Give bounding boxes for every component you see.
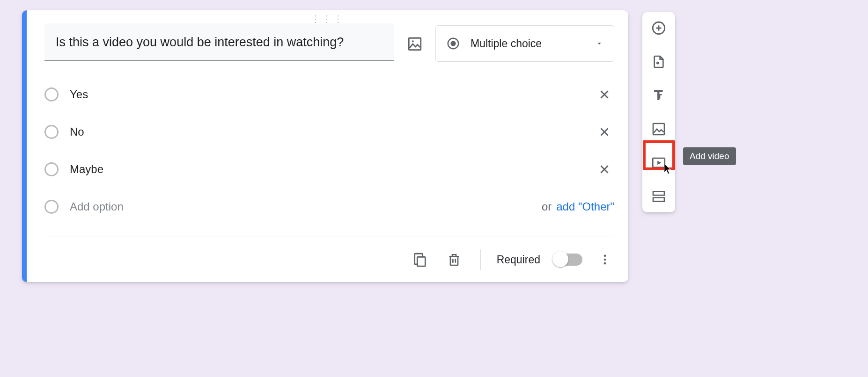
import-questions-button[interactable] bbox=[649, 52, 668, 71]
duplicate-button[interactable] bbox=[409, 249, 431, 270]
add-other-button[interactable]: add "Other" bbox=[556, 200, 614, 213]
option-row[interactable]: Yes bbox=[44, 80, 614, 109]
option-row[interactable]: Maybe bbox=[44, 155, 614, 183]
add-video-button[interactable] bbox=[649, 153, 668, 172]
remove-option-button[interactable] bbox=[595, 160, 614, 179]
remove-option-button[interactable] bbox=[595, 122, 614, 142]
svg-point-3 bbox=[450, 41, 456, 46]
option-label[interactable]: Yes bbox=[70, 88, 595, 101]
add-option-button[interactable]: Add option bbox=[70, 200, 537, 213]
add-question-button[interactable] bbox=[649, 19, 668, 37]
more-options-button[interactable] bbox=[596, 250, 614, 269]
close-icon bbox=[597, 162, 611, 176]
section-icon bbox=[651, 189, 666, 204]
text-icon bbox=[651, 87, 667, 103]
remove-option-button[interactable] bbox=[595, 85, 614, 104]
question-type-label: Multiple choice bbox=[471, 37, 595, 50]
trash-icon bbox=[447, 252, 462, 267]
add-image-button[interactable] bbox=[649, 120, 668, 138]
add-section-button[interactable] bbox=[649, 187, 668, 206]
radio-icon bbox=[446, 36, 460, 51]
image-icon bbox=[407, 36, 423, 52]
question-footer: Required bbox=[44, 246, 614, 274]
add-option-row: Add option or add "Other" bbox=[44, 193, 614, 221]
svg-point-1 bbox=[412, 41, 413, 42]
svg-rect-0 bbox=[409, 38, 421, 50]
svg-rect-23 bbox=[653, 198, 664, 202]
required-label: Required bbox=[497, 254, 540, 266]
option-row[interactable]: No bbox=[44, 118, 614, 146]
radio-placeholder-icon bbox=[44, 125, 59, 139]
more-vert-icon bbox=[598, 253, 611, 266]
close-icon bbox=[597, 125, 611, 139]
tooltip: Add video bbox=[683, 147, 736, 165]
svg-rect-19 bbox=[653, 123, 664, 135]
svg-marker-21 bbox=[657, 161, 662, 165]
svg-point-15 bbox=[604, 262, 606, 265]
option-label[interactable]: Maybe bbox=[70, 163, 595, 176]
question-title-input[interactable] bbox=[55, 35, 385, 50]
plus-circle-icon bbox=[651, 20, 667, 36]
divider bbox=[44, 237, 614, 237]
image-icon bbox=[651, 122, 666, 137]
question-card: ⋮⋮⋮ Multiple choice bbox=[22, 10, 628, 282]
required-toggle[interactable] bbox=[553, 254, 582, 266]
chevron-down-icon bbox=[595, 39, 603, 48]
question-header: Multiple choice bbox=[44, 23, 614, 62]
drag-handle-icon[interactable]: ⋮⋮⋮ bbox=[311, 17, 345, 21]
radio-placeholder-icon bbox=[44, 87, 59, 102]
radio-placeholder-icon bbox=[44, 162, 59, 176]
radio-placeholder-icon bbox=[44, 200, 59, 214]
add-image-to-question-button[interactable] bbox=[404, 33, 426, 55]
divider bbox=[480, 249, 481, 270]
delete-button[interactable] bbox=[444, 249, 464, 270]
or-separator: or bbox=[542, 200, 552, 213]
svg-point-14 bbox=[604, 259, 606, 261]
video-icon bbox=[651, 155, 667, 171]
floating-toolbar bbox=[642, 12, 675, 212]
svg-rect-22 bbox=[653, 191, 664, 195]
add-title-button[interactable] bbox=[649, 86, 668, 105]
close-icon bbox=[597, 87, 611, 102]
copy-icon bbox=[412, 252, 428, 268]
question-title-field-wrap bbox=[44, 23, 394, 61]
options-list: Yes No Maybe Add option or add "Other" bbox=[44, 80, 614, 221]
question-type-dropdown[interactable]: Multiple choice bbox=[435, 25, 614, 62]
option-label[interactable]: No bbox=[70, 125, 595, 138]
import-icon bbox=[651, 54, 666, 69]
svg-point-13 bbox=[604, 255, 606, 257]
svg-rect-10 bbox=[417, 257, 425, 266]
